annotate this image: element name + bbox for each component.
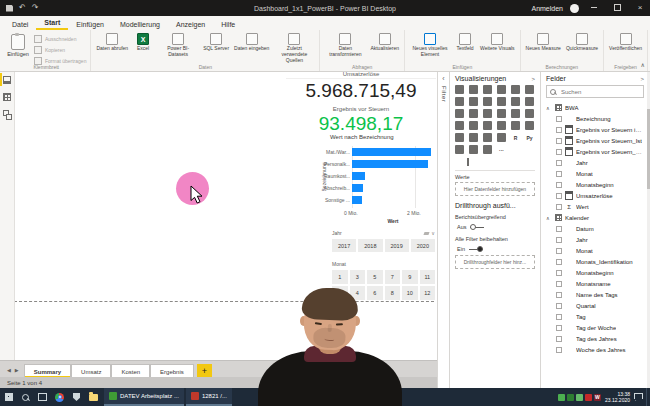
checkbox[interactable] <box>556 336 562 342</box>
field-monatsbeginn[interactable]: Monatsbeginn <box>546 267 644 278</box>
ribbon-button-neues-measure[interactable]: Neues Measure <box>525 31 562 52</box>
checkbox[interactable] <box>556 281 562 287</box>
format-subtab[interactable] <box>467 159 469 167</box>
filter-pane-collapsed[interactable]: ‹ Filter <box>437 71 450 388</box>
checkbox[interactable] <box>556 138 562 144</box>
jahr-slicer[interactable]: Jahr ∨ 2017201820192020 <box>332 229 435 252</box>
ribbon-button-daten-abrufen[interactable]: Daten abrufen <box>95 31 129 63</box>
checkbox[interactable] <box>556 292 562 298</box>
add-page-button[interactable]: + <box>197 364 212 378</box>
monat-option-11[interactable]: 11 <box>420 270 436 284</box>
save-icon[interactable] <box>6 5 13 12</box>
field-woche-des-jahres[interactable]: Woche des Jahres <box>546 344 644 355</box>
cross-report-toggle[interactable] <box>470 224 484 231</box>
keep-filters-toggle[interactable] <box>469 246 483 253</box>
monat-slicer[interactable]: Monat 135791124681012 <box>332 260 435 300</box>
monat-option-9[interactable]: 9 <box>402 270 418 284</box>
ribbon-button-weitere-visuals[interactable]: Weitere Visuals <box>479 31 516 58</box>
field-wert[interactable]: ΣWert <box>546 201 644 212</box>
field-name-des-tags[interactable]: Name des Tags <box>546 289 644 300</box>
checkbox[interactable] <box>556 171 562 177</box>
checkbox[interactable] <box>556 314 562 320</box>
chevron-down-icon[interactable]: ∨ <box>431 230 435 236</box>
checkbox[interactable] <box>556 193 562 199</box>
start-button[interactable] <box>0 388 17 406</box>
ribbon-button-aktualisieren[interactable]: Aktualisieren <box>369 31 400 58</box>
taskbar-app-datev-arbeitsplatz[interactable]: DATEV Arbeitsplatz ... <box>104 388 184 406</box>
jahr-option-2020[interactable]: 2020 <box>411 239 435 252</box>
checkbox[interactable] <box>556 237 562 243</box>
monat-option-1[interactable]: 1 <box>332 270 348 284</box>
filled-map-icon[interactable] <box>469 121 478 130</box>
report-canvas[interactable]: Umsatzerlöse 5.968.715,49 Ergebnis vor S… <box>14 71 437 360</box>
ribbon-button-excel[interactable]: XExcel <box>132 31 154 63</box>
field-search-box[interactable] <box>546 85 644 98</box>
collapse-pane-icon[interactable]: > <box>531 76 535 82</box>
data-view-button[interactable] <box>0 88 14 105</box>
ribbon-tab-start[interactable]: Start <box>36 17 68 30</box>
monat-option-6[interactable]: 6 <box>367 286 383 300</box>
waterfall-chart-icon[interactable] <box>455 109 464 118</box>
ribbon-button-power-bi-datasets[interactable]: Power BI-Datasets <box>157 31 199 63</box>
tray-icon-1[interactable] <box>558 394 565 401</box>
ribbon-button-quickmeasure[interactable]: Quickmeasure <box>565 31 599 52</box>
clustered-column-chart-icon[interactable] <box>497 85 506 94</box>
monat-option-12[interactable]: 12 <box>420 286 436 300</box>
checkbox[interactable] <box>556 270 562 276</box>
100-stacked-bar-chart-icon[interactable] <box>511 85 520 94</box>
scatter-chart-icon[interactable] <box>483 109 492 118</box>
r-script-visual-icon[interactable]: R <box>511 133 520 142</box>
ribbon-button-sql-server[interactable]: SQL Server <box>202 31 230 63</box>
jahr-option-2018[interactable]: 2018 <box>358 239 382 252</box>
ribbon-tab-modellierung[interactable]: Modellierung <box>112 19 168 30</box>
gauge-icon[interactable] <box>497 121 506 130</box>
field-tag-des-jahres[interactable]: Tag des Jahres <box>546 333 644 344</box>
field-quartal[interactable]: Quartal <box>546 300 644 311</box>
undo-icon[interactable]: ↶ <box>19 4 26 12</box>
avatar[interactable] <box>570 4 579 13</box>
card-icon[interactable] <box>511 121 520 130</box>
page-tab-ergebnis[interactable]: Ergebnis <box>150 364 194 378</box>
bar-mat-war[interactable] <box>352 148 431 156</box>
field-umsatzerlöse[interactable]: Umsatzerlöse <box>546 190 644 201</box>
tray-icon-4[interactable] <box>585 394 592 401</box>
maximize-button[interactable] <box>609 0 625 16</box>
file-explorer-button[interactable] <box>85 388 102 406</box>
shape-map-icon[interactable] <box>483 121 492 130</box>
funnel-chart-icon[interactable] <box>469 109 478 118</box>
table-node-bwa[interactable]: ∧BWA <box>546 102 644 113</box>
jahr-option-2019[interactable]: 2019 <box>385 239 409 252</box>
key-influencers-icon[interactable] <box>455 145 464 154</box>
ribbon-button-neues-visuelles-element[interactable]: Neues visuelles Element <box>409 31 451 58</box>
ribbon-button-veröffentlichen[interactable]: Veröffentlichen <box>608 31 643 52</box>
security-button[interactable] <box>68 388 85 406</box>
taskbar-clock[interactable]: 13:38 23.12.2020 <box>605 391 630 403</box>
sign-in-button[interactable]: Anmelden <box>531 5 563 12</box>
map-icon[interactable] <box>455 121 464 130</box>
checkbox[interactable] <box>556 303 562 309</box>
field-monatsname[interactable]: Monatsname <box>546 278 644 289</box>
minimize-button[interactable] <box>586 0 602 16</box>
checkbox[interactable] <box>556 149 562 155</box>
page-tab-summary[interactable]: Summary <box>24 364 71 378</box>
ribbon-tab-anzeigen[interactable]: Anzeigen <box>168 19 213 30</box>
bar-personalk[interactable] <box>352 160 428 168</box>
ribbon-tab-hilfe[interactable]: Hilfe <box>213 19 243 30</box>
cut-button[interactable]: Ausschneiden <box>34 35 86 43</box>
kpi-icon[interactable] <box>455 133 464 142</box>
ribbon-button-daten-eingeben[interactable]: Daten eingeben <box>233 31 270 63</box>
kpi-card-visual[interactable]: Umsatzerlöse 5.968.715,49 Ergebnis vor S… <box>286 71 436 135</box>
multi-row-card-icon[interactable] <box>525 121 534 130</box>
field-bezeichnung[interactable]: Bezeichnung <box>546 113 644 124</box>
monat-option-7[interactable]: 7 <box>385 270 401 284</box>
field-monat[interactable]: Monat <box>546 245 644 256</box>
tray-w-icon[interactable]: W <box>594 394 601 401</box>
ribbon-chart-icon[interactable] <box>525 97 534 106</box>
line-stacked-column-chart-icon[interactable] <box>511 97 520 106</box>
ribbon-tab-datei[interactable]: Datei <box>4 19 36 30</box>
paste-button[interactable]: Einfügen <box>6 31 30 65</box>
chrome-button[interactable] <box>51 388 68 406</box>
drillthrough-drop-area[interactable]: Drillthroughfelder hier hinz... <box>455 255 535 269</box>
search-input[interactable] <box>559 88 640 96</box>
line-chart-icon[interactable] <box>455 97 464 106</box>
